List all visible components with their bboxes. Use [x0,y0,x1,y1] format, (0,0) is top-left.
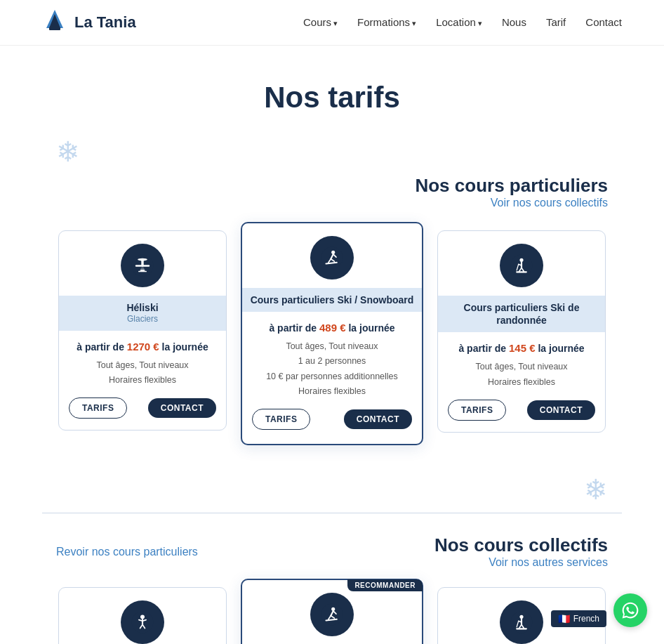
ski-details: Tout âges, Tout niveaux 1 au 2 personnes… [258,339,406,399]
svg-point-6 [138,258,147,261]
heliski-subtitle: Glaciers [66,314,219,325]
nav-link-tarif[interactable]: Tarif [546,16,566,28]
nav-link-contact[interactable]: Contact [585,16,622,28]
randonnee-contact-button[interactable]: CONTACT [527,400,595,420]
language-badge[interactable]: 🇫🇷 French [551,610,606,627]
whatsapp-icon [621,601,639,619]
collectif-randonnee-icon [510,610,533,634]
nav-link-location[interactable]: Location [436,16,482,28]
section-divider [42,513,622,513]
heliski-details: Tout âges, Tout niveaux Horaires flexibl… [88,358,197,388]
heliski-price: à partir de 1270 € la journée [77,341,208,353]
section2-header: Revoir nos cours particuliers Nos cours … [0,534,664,569]
randonnee-tarifs-button[interactable]: TARIFS [448,400,506,421]
randonnee-title: Cours particuliers Ski de randonnée [445,301,598,327]
section2-link-left[interactable]: Revoir nos cours particuliers [56,546,198,558]
collectif-randonnee-icon-wrap [500,600,543,644]
nav-link-cours[interactable]: Cours [303,16,338,28]
heliski-detail-1: Tout âges, Tout niveaux [96,358,188,373]
svg-rect-2 [49,27,60,30]
ski-icon [320,246,344,270]
nav-link-nous[interactable]: Nous [502,16,526,28]
ski-icon-wrap [310,236,354,280]
heliski-actions: TARIFS CONTACT [59,388,226,419]
section2-link-right[interactable]: Voir nos autres services [489,556,608,568]
section1-title: Nos cours particuliers [415,175,608,197]
section1-link[interactable]: Voir nos cours collectifs [491,197,608,209]
heliski-title: Héliski [66,301,219,314]
nav-item-nous[interactable]: Nous [502,16,526,29]
heliski-tarifs-button[interactable]: TARIFS [69,397,127,419]
snowflake-right: ❄ [0,473,664,506]
randonnee-price: à partir de 145 € la journée [458,342,584,354]
section-collectifs: Revoir nos cours particuliers Nos cours … [0,534,664,644]
flag-icon: 🇫🇷 [558,613,570,624]
logo[interactable]: La Tania [42,8,136,37]
navigation: La Tania Cours Formations Location Nous … [0,0,664,46]
heliski-icon [131,254,154,277]
collectif-ski-icon-wrap [310,593,354,636]
section2-title: Nos cours collectifs [434,534,608,556]
heliski-icon-wrap [121,244,164,287]
card-enfants: Cours collectifs pour les enfants Ski / … [58,587,227,644]
nav-item-contact[interactable]: Contact [585,16,622,29]
svg-rect-8 [140,270,145,271]
nav-item-location[interactable]: Location [436,16,482,29]
randonnee-detail-1: Tout âges, Tout niveaux [475,360,567,374]
logo-icon [42,8,67,37]
card-collectif-ski: RECOMMANDER Cours collectifs Ski/Snowboa… [241,579,423,644]
logo-text: La Tania [74,13,136,32]
card-heliski: Héliski Glaciers à partir de 1270 € la j… [58,230,227,431]
ski-detail-4: Horaires flexibles [266,384,398,399]
nav-link-formations[interactable]: Formations [357,16,416,28]
randonnee-details: Tout âges, Tout niveaux Horaires flexibl… [467,360,576,390]
child-icon [131,610,154,634]
nav-links: Cours Formations Location Nous Tarif Con… [303,16,622,29]
ski-actions: TARIFS CONTACT [242,399,422,430]
ski-title-bar: Cours particuliers Ski / Snowboard [242,288,422,312]
svg-rect-9 [138,271,147,272]
child-icon-wrap [121,600,164,644]
recommended-badge: RECOMMANDER [347,579,423,591]
ski-tarifs-button[interactable]: TARIFS [252,409,310,430]
heliski-detail-2: Horaires flexibles [96,373,188,388]
nav-item-tarif[interactable]: Tarif [546,16,566,29]
section1-header: Nos cours particuliers Voir nos cours co… [0,175,664,209]
page-title: Nos tarifs [0,46,664,136]
ski-price: à partir de 489 € la journée [269,322,394,334]
randonnee-icon-wrap [500,244,543,287]
cards-row-particuliers: Héliski Glaciers à partir de 1270 € la j… [0,223,664,473]
collectif-ski-icon [320,603,344,626]
randonnee-actions: TARIFS CONTACT [438,390,605,421]
nav-item-cours[interactable]: Cours [303,16,338,29]
language-label: French [573,614,599,624]
randonnee-title-bar: Cours particuliers Ski de randonnée [438,296,605,332]
ski-title: Cours particuliers Ski / Snowboard [249,294,415,306]
card-ski-snowboard: Cours particuliers Ski / Snowboard à par… [241,222,423,445]
section-particuliers: ❄ Nos cours particuliers Voir nos cours … [0,136,664,473]
heliski-title-bar: Héliski Glaciers [59,296,226,331]
randonnee-icon [510,254,533,277]
ski-detail-3: 10 € par personnes additionnelles [266,369,398,384]
ski-detail-2: 1 au 2 personnes [266,354,398,369]
snowflake-icon-right: ❄ [584,473,608,506]
randonnee-detail-2: Horaires flexibles [475,375,567,390]
snowflake-left: ❄ [0,136,664,168]
nav-item-formations[interactable]: Formations [357,16,416,29]
ski-detail-1: Tout âges, Tout niveaux [266,339,398,354]
snowflake-icon-left: ❄ [56,136,80,168]
card-randonnee: Cours particuliers Ski de randonnée à pa… [437,230,606,433]
whatsapp-fab[interactable] [613,593,647,627]
ski-contact-button[interactable]: CONTACT [344,409,412,429]
heliski-contact-button[interactable]: CONTACT [148,398,216,418]
